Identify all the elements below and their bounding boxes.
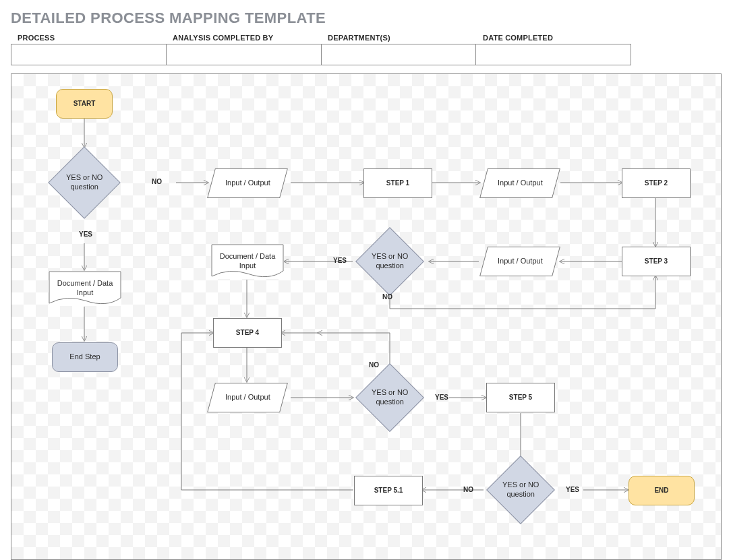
q2-no-label: NO bbox=[382, 293, 392, 301]
input-date[interactable] bbox=[476, 44, 631, 65]
end-step[interactable]: End Step bbox=[52, 342, 118, 372]
io-3[interactable]: Input / Output bbox=[479, 247, 560, 276]
decision-q2[interactable]: YES or NO question bbox=[355, 227, 424, 296]
flowchart-canvas[interactable]: START YES or NO question NO YES Input / … bbox=[11, 73, 722, 560]
label-department: DEPARTMENT(S) bbox=[321, 32, 476, 44]
input-process[interactable] bbox=[11, 44, 167, 65]
decision-q4[interactable]: YES or NO question bbox=[486, 456, 555, 524]
step-5[interactable]: STEP 5 bbox=[486, 383, 555, 412]
q1-no-label: NO bbox=[152, 178, 162, 185]
io-2[interactable]: Input / Output bbox=[479, 168, 560, 198]
q1-yes-label: YES bbox=[79, 230, 92, 238]
decision-q3[interactable]: YES or NO question bbox=[355, 363, 424, 432]
end-node[interactable]: END bbox=[628, 476, 695, 505]
page-title: DETAILED PROCESS MAPPING TEMPLATE bbox=[11, 9, 720, 27]
q3-no-label: NO bbox=[369, 361, 379, 369]
step-1[interactable]: STEP 1 bbox=[363, 168, 432, 198]
input-analysis[interactable] bbox=[167, 44, 322, 65]
label-date: DATE COMPLETED bbox=[476, 32, 631, 44]
label-analysis: ANALYSIS COMPLETED BY bbox=[166, 32, 321, 44]
step-2[interactable]: STEP 2 bbox=[622, 168, 691, 198]
header-inputs bbox=[11, 44, 631, 65]
q4-no-label: NO bbox=[463, 486, 473, 493]
step-3[interactable]: STEP 3 bbox=[622, 247, 691, 276]
io-4[interactable]: Input / Output bbox=[207, 383, 288, 412]
step-5-1[interactable]: STEP 5.1 bbox=[354, 476, 423, 505]
decision-q1[interactable]: YES or NO question bbox=[48, 146, 120, 218]
q4-yes-label: YES bbox=[566, 486, 579, 493]
q3-yes-label: YES bbox=[435, 394, 448, 401]
start-node[interactable]: START bbox=[56, 89, 113, 119]
step-4[interactable]: STEP 4 bbox=[213, 318, 282, 348]
label-process: PROCESS bbox=[11, 32, 166, 44]
input-department[interactable] bbox=[322, 44, 477, 65]
header-labels: PROCESS ANALYSIS COMPLETED BY DEPARTMENT… bbox=[11, 32, 631, 44]
io-1[interactable]: Input / Output bbox=[207, 168, 288, 198]
document-2[interactable]: Document / Data Input bbox=[211, 244, 284, 279]
q2-yes-label: YES bbox=[333, 257, 347, 264]
document-1[interactable]: Document / Data Input bbox=[49, 271, 121, 306]
